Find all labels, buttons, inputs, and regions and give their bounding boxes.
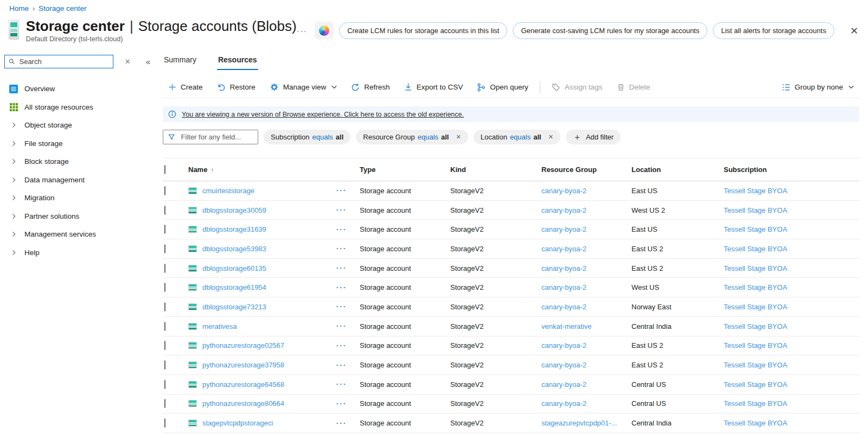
filter-pill-location[interactable]: Locationequalsall✕	[474, 130, 560, 144]
row-checkbox[interactable]	[164, 225, 165, 234]
row-more-options-icon[interactable]: ···	[336, 245, 360, 252]
sidebar-item-partner-solutions[interactable]: Partner solutions	[0, 207, 154, 226]
resource-group-link[interactable]: canary-byoa-2	[541, 303, 586, 311]
resource-name-link[interactable]: stagepvtcpdpstorageci	[202, 419, 273, 427]
subscription-link[interactable]: Tessell Stage BYOA	[724, 225, 787, 233]
row-more-options-icon[interactable]: ···	[336, 400, 360, 408]
resource-group-link[interactable]: canary-byoa-2	[541, 187, 586, 195]
column-resource-group[interactable]: Resource Group	[541, 166, 631, 174]
row-checkbox[interactable]	[164, 302, 165, 312]
row-checkbox[interactable]	[164, 380, 165, 389]
create-button[interactable]: Create	[163, 79, 208, 96]
copilot-suggestion-button[interactable]: List all alerts for storage accounts	[713, 22, 834, 39]
sidebar-item-data-management[interactable]: Data management	[0, 171, 154, 189]
column-location[interactable]: Location	[631, 166, 724, 174]
subscription-link[interactable]: Tessell Stage BYOA	[724, 361, 787, 369]
manage-view-button[interactable]: Manage view	[264, 79, 343, 96]
subscription-link[interactable]: Tessell Stage BYOA	[724, 283, 787, 291]
sidebar-item-help[interactable]: Help	[0, 244, 154, 262]
row-more-options-icon[interactable]: ···	[336, 187, 360, 194]
more-options-icon[interactable]: ···	[297, 26, 308, 35]
row-checkbox[interactable]	[164, 283, 165, 292]
tab-resources[interactable]: Resources	[217, 51, 258, 70]
resource-group-link[interactable]: canary-byoa-2	[541, 341, 586, 349]
filter-input[interactable]	[180, 132, 253, 142]
remove-filter-icon[interactable]: ✕	[456, 134, 461, 141]
column-type[interactable]: Type	[360, 166, 450, 174]
resource-group-link[interactable]: venkat-merative	[541, 322, 591, 330]
restore-button[interactable]: Restore	[212, 79, 261, 96]
sidebar-item-migration[interactable]: Migration	[0, 189, 154, 207]
sidebar-collapse-icon[interactable]: «	[143, 56, 154, 67]
search-clear-icon[interactable]: ✕	[122, 57, 134, 66]
resource-name-link[interactable]: dblogsstorage31639	[202, 225, 266, 233]
resource-name-link[interactable]: pythonazurestorage02567	[202, 341, 284, 349]
sidebar-item-all-storage-resources[interactable]: All storage resources	[0, 98, 154, 117]
row-checkbox[interactable]	[164, 186, 165, 195]
subscription-link[interactable]: Tessell Stage BYOA	[724, 264, 787, 272]
resource-group-link[interactable]: canary-byoa-2	[541, 245, 586, 253]
copilot-suggestion-button[interactable]: Generate cost-saving LCM rules for my st…	[513, 22, 707, 39]
delete-button[interactable]: Delete	[611, 79, 656, 96]
select-all-checkbox[interactable]	[164, 165, 165, 174]
resource-group-link[interactable]: canary-byoa-2	[541, 206, 586, 214]
resource-name-link[interactable]: pythonazurestorage64568	[202, 380, 284, 389]
row-more-options-icon[interactable]: ···	[336, 419, 360, 427]
filter-pill-subscription[interactable]: Subscriptionequalsall	[264, 130, 350, 144]
assign-tags-button[interactable]: Assign tags	[546, 79, 608, 96]
filter-pill-resource-group[interactable]: Resource Groupequalsall✕	[356, 130, 468, 144]
tab-summary[interactable]: Summary	[163, 51, 197, 70]
export-csv-button[interactable]: Export to CSV	[399, 79, 469, 96]
close-icon[interactable]: ✕	[847, 26, 861, 36]
resource-name-link[interactable]: dblogsstorage61954	[202, 283, 266, 291]
copilot-suggestion-button[interactable]: Create LCM rules for storage accounts in…	[339, 22, 507, 39]
column-name[interactable]: Name	[188, 166, 207, 174]
resource-group-link[interactable]: canary-byoa-2	[541, 399, 586, 408]
subscription-link[interactable]: Tessell Stage BYOA	[724, 245, 787, 253]
subscription-link[interactable]: Tessell Stage BYOA	[724, 206, 787, 214]
subscription-link[interactable]: Tessell Stage BYOA	[724, 380, 787, 389]
resource-group-link[interactable]: canary-byoa-2	[541, 380, 586, 389]
column-kind[interactable]: Kind	[450, 166, 541, 174]
sidebar-item-object-storage[interactable]: Object storage	[0, 116, 154, 135]
row-more-options-icon[interactable]: ···	[336, 264, 360, 272]
row-more-options-icon[interactable]: ···	[336, 284, 360, 291]
subscription-link[interactable]: Tessell Stage BYOA	[724, 419, 787, 427]
resource-group-link[interactable]: canary-byoa-2	[541, 264, 586, 272]
resource-group-link[interactable]: canary-byoa-2	[541, 225, 586, 233]
resource-group-link[interactable]: canary-byoa-2	[541, 283, 586, 291]
row-more-options-icon[interactable]: ···	[336, 322, 360, 330]
breadcrumb-home-link[interactable]: Home	[9, 4, 29, 12]
sidebar-item-management-services[interactable]: Management services	[0, 225, 154, 244]
resource-name-link[interactable]: dblogsstorage60135	[202, 264, 266, 272]
subscription-link[interactable]: Tessell Stage BYOA	[724, 303, 787, 311]
row-more-options-icon[interactable]: ···	[336, 206, 360, 214]
add-filter-button[interactable]: ＋ Add filter	[566, 130, 621, 144]
row-checkbox[interactable]	[164, 264, 165, 273]
resource-name-link[interactable]: pythonazurestorage80664	[202, 399, 284, 408]
row-more-options-icon[interactable]: ···	[336, 361, 360, 369]
row-checkbox[interactable]	[164, 322, 165, 331]
breadcrumb-storage-center-link[interactable]: Storage center	[39, 4, 87, 12]
search-input[interactable]	[18, 57, 108, 66]
column-subscription[interactable]: Subscription	[724, 166, 859, 174]
group-by-button[interactable]: Group by none	[776, 79, 859, 96]
row-more-options-icon[interactable]: ···	[336, 342, 360, 349]
subscription-link[interactable]: Tessell Stage BYOA	[724, 341, 787, 349]
subscription-link[interactable]: Tessell Stage BYOA	[724, 399, 787, 408]
old-experience-link[interactable]: You are viewing a new version of Browse …	[182, 111, 464, 118]
row-checkbox[interactable]	[164, 418, 165, 428]
row-checkbox[interactable]	[164, 399, 165, 408]
remove-filter-icon[interactable]: ✕	[548, 134, 553, 141]
open-query-button[interactable]: Open query	[471, 79, 534, 96]
row-checkbox[interactable]	[164, 244, 165, 253]
sidebar-item-file-storage[interactable]: File storage	[0, 135, 154, 153]
row-checkbox[interactable]	[164, 360, 165, 370]
row-more-options-icon[interactable]: ···	[336, 226, 360, 233]
row-checkbox[interactable]	[164, 206, 165, 215]
refresh-button[interactable]: Refresh	[346, 79, 395, 96]
sidebar-item-block-storage[interactable]: Block storage	[0, 152, 154, 171]
row-more-options-icon[interactable]: ···	[336, 303, 360, 310]
resource-name-link[interactable]: dblogsstorage53983	[202, 245, 266, 253]
row-checkbox[interactable]	[164, 341, 165, 350]
